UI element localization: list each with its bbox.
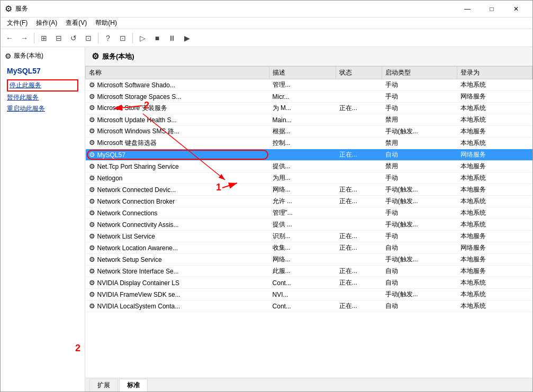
table-row[interactable]: ⚙NVIDIA Display Container LSCont...正在...… bbox=[86, 277, 532, 289]
service-desc-cell: 根据... bbox=[269, 126, 336, 138]
service-startup-cell: 手动(触发... bbox=[382, 196, 457, 207]
service-status-cell bbox=[336, 219, 382, 231]
service-name-text: MySQL57 bbox=[97, 151, 125, 159]
close-button[interactable]: ✕ bbox=[504, 1, 528, 17]
service-login-cell: 本地系统 bbox=[457, 114, 532, 126]
service-status-cell bbox=[336, 254, 382, 266]
maximize-button[interactable]: □ bbox=[480, 1, 504, 17]
service-desc-cell: 识别... bbox=[269, 231, 336, 242]
table-row[interactable]: ⚙Netlogon为用...手动本地系统 bbox=[86, 172, 532, 184]
table-row[interactable]: ⚙Network Location Awarene...收集...正在...自动… bbox=[86, 242, 532, 254]
service-status-cell: 正在... bbox=[336, 103, 382, 114]
service-login-cell: 本地服务 bbox=[457, 266, 532, 277]
table-row[interactable]: ⚙Network Setup Service网络...手动(触发...本地服务 bbox=[86, 254, 532, 266]
table-row[interactable]: ⚙NVIDIA LocalSystem Conta...Cont...正在...… bbox=[86, 300, 532, 312]
play-button[interactable]: ▷ bbox=[135, 31, 149, 45]
toolbar-btn-1[interactable]: ⊞ bbox=[37, 31, 51, 45]
table-row[interactable]: ⚙Network Store Interface Se...此服...正在...… bbox=[86, 266, 532, 277]
table-row[interactable]: ⚙Microsoft Storage Spaces S...Micr...手动网… bbox=[86, 91, 532, 103]
service-startup-cell: 禁用 bbox=[382, 114, 457, 126]
stop-button[interactable]: ■ bbox=[150, 31, 164, 45]
service-status-cell bbox=[336, 79, 382, 91]
service-status-cell bbox=[336, 161, 382, 172]
service-desc-cell: 管理"... bbox=[269, 207, 336, 219]
back-button[interactable]: ← bbox=[3, 31, 16, 45]
toolbar-btn-3[interactable]: ↺ bbox=[67, 31, 80, 45]
col-status: 状态 bbox=[336, 67, 382, 79]
menu-item-V[interactable]: 查看(V) bbox=[61, 17, 91, 29]
pause-button[interactable]: ⏸ bbox=[165, 31, 179, 45]
service-login-cell: 本地服务 bbox=[457, 231, 532, 242]
toolbar-btn-5[interactable]: ? bbox=[101, 31, 115, 45]
service-name-text: Network Connected Devic... bbox=[97, 186, 176, 194]
service-status-cell bbox=[336, 289, 382, 300]
tab-扩展[interactable]: 扩展 bbox=[89, 379, 118, 391]
service-status-cell: 正在... bbox=[336, 300, 382, 312]
forward-button[interactable]: → bbox=[17, 31, 31, 45]
sidebar-icon: ⚙ bbox=[5, 52, 12, 60]
service-status-cell bbox=[336, 172, 382, 184]
table-row[interactable]: ⚙NVIDIA FrameView SDK se...NVI...手动(触发..… bbox=[86, 289, 532, 300]
table-row[interactable]: ⚙Network Connectivity Assis...提供 ...手动(触… bbox=[86, 219, 532, 231]
menu-item-A[interactable]: 操作(A) bbox=[32, 17, 61, 29]
service-login-cell: 本地系统 bbox=[457, 207, 532, 219]
col-name: 名称 bbox=[86, 67, 269, 79]
service-status-cell bbox=[336, 114, 382, 126]
service-login-cell: 本地系统 bbox=[457, 196, 532, 207]
table-row[interactable]: ⚙Net.Tcp Port Sharing Service提供...禁用本地服务 bbox=[86, 161, 532, 172]
service-login-cell: 本地系统 bbox=[457, 277, 532, 289]
menu-item-F[interactable]: 文件(F) bbox=[3, 17, 32, 29]
menu-item-H[interactable]: 帮助(H) bbox=[91, 17, 121, 29]
table-row[interactable]: ⚙Network Connected Devic...网络...正在...手动(… bbox=[86, 184, 532, 196]
service-login-cell: 本地服务 bbox=[457, 126, 532, 138]
main-area: ⚙ 服务(本地) MySQL57 停止此服务 暂停此服务 重启动此服务 2 ⚙ … bbox=[1, 47, 532, 391]
service-name-text: Network Connection Broker bbox=[97, 198, 175, 205]
toolbar-btn-2[interactable]: ⊟ bbox=[52, 31, 66, 45]
service-icon: ⚙ bbox=[89, 174, 95, 182]
service-name-text: Network Location Awarene... bbox=[97, 244, 178, 252]
pause-service-link[interactable]: 暂停此服务 bbox=[7, 93, 78, 103]
table-row[interactable]: ⚙Microsoft Windows SMS 路...根据...手动(触发...… bbox=[86, 126, 532, 138]
table-row[interactable]: ⚙Network Connection Broker允许 ...正在...手动(… bbox=[86, 196, 532, 207]
restart-service-link[interactable]: 重启动此服务 bbox=[7, 104, 78, 114]
service-status-cell bbox=[336, 207, 382, 219]
service-status-cell: 正在... bbox=[336, 266, 382, 277]
service-startup-cell: 手动 bbox=[382, 79, 457, 91]
table-row[interactable]: ⚙Microsoft Store 安装服务为 M...正在...手动本地系统 bbox=[86, 103, 532, 114]
service-desc-cell: 收集... bbox=[269, 242, 336, 254]
sidebar-content: MySQL57 停止此服务 暂停此服务 重启动此服务 bbox=[1, 62, 85, 385]
table-row[interactable]: ⚙Microsoft 键盘筛选器控制...禁用本地系统 bbox=[86, 138, 532, 149]
service-icon: ⚙ bbox=[89, 256, 95, 263]
service-icon: ⚙ bbox=[89, 162, 95, 170]
service-icon: ⚙ bbox=[89, 151, 95, 159]
service-login-cell: 本地系统 bbox=[457, 138, 532, 149]
toolbar-btn-6[interactable]: ⊡ bbox=[116, 31, 130, 45]
service-name-cell: ⚙Network Connected Devic... bbox=[86, 184, 269, 196]
table-row[interactable]: ⚙Network Connections管理"...手动本地系统 bbox=[86, 207, 532, 219]
toolbar-btn-4[interactable]: ⊡ bbox=[82, 31, 95, 45]
table-row[interactable]: ⚙MySQL57正在...自动网络服务 bbox=[86, 149, 532, 161]
service-desc-cell: 允许 ... bbox=[269, 196, 336, 207]
step-button[interactable]: ▶ bbox=[180, 31, 194, 45]
minimize-button[interactable]: — bbox=[455, 1, 480, 17]
service-status-cell: 正在... bbox=[336, 277, 382, 289]
service-status-cell: 正在... bbox=[336, 242, 382, 254]
service-name-text: NVIDIA LocalSystem Conta... bbox=[97, 303, 180, 310]
service-login-cell: 本地系统 bbox=[457, 172, 532, 184]
separator-1 bbox=[34, 33, 34, 43]
table-area[interactable]: 名称 描述 状态 启动类型 登录为 ⚙Microsoft Software Sh… bbox=[85, 66, 532, 378]
service-icon: ⚙ bbox=[89, 81, 95, 89]
table-row[interactable]: ⚙Microsoft Update Health S...Main...禁用本地… bbox=[86, 114, 532, 126]
service-name-cell: ⚙MySQL57 bbox=[86, 149, 269, 161]
service-icon: ⚙ bbox=[89, 104, 95, 112]
service-icon: ⚙ bbox=[89, 197, 95, 205]
service-name-text: Network Connectivity Assis... bbox=[97, 221, 179, 229]
sidebar: ⚙ 服务(本地) MySQL57 停止此服务 暂停此服务 重启动此服务 2 bbox=[1, 47, 85, 391]
service-startup-cell: 手动(触发... bbox=[382, 254, 457, 266]
sidebar-header[interactable]: ⚙ 服务(本地) bbox=[1, 49, 85, 62]
stop-service-link[interactable]: 停止此服务 bbox=[7, 79, 78, 92]
tab-标准[interactable]: 标准 bbox=[119, 379, 148, 391]
service-name-cell: ⚙NVIDIA LocalSystem Conta... bbox=[86, 300, 269, 312]
table-row[interactable]: ⚙Microsoft Software Shado...管理...手动本地系统 bbox=[86, 79, 532, 91]
table-row[interactable]: ⚙Network List Service识别...正在...手动本地服务 bbox=[86, 231, 532, 242]
